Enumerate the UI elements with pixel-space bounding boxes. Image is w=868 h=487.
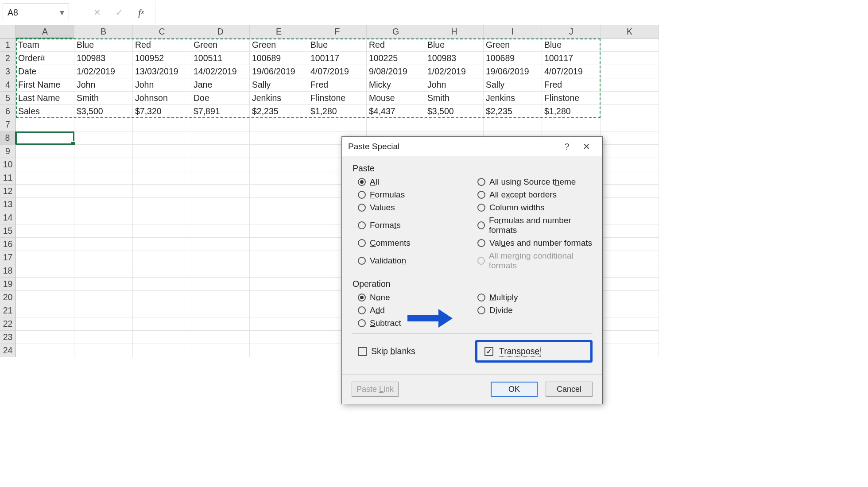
- cell[interactable]: [16, 304, 74, 317]
- cell[interactable]: [250, 278, 308, 291]
- cell[interactable]: 13/03/2019: [133, 65, 191, 78]
- cell[interactable]: Johnson: [133, 92, 191, 105]
- cell[interactable]: [601, 92, 659, 105]
- cell[interactable]: [250, 145, 308, 158]
- cell[interactable]: [16, 118, 74, 131]
- cell[interactable]: [250, 158, 308, 171]
- radio-all[interactable]: All: [358, 177, 473, 187]
- row-header[interactable]: 23: [0, 331, 16, 344]
- cell[interactable]: [133, 131, 191, 145]
- cell[interactable]: [601, 118, 659, 131]
- cell[interactable]: Sally: [484, 78, 542, 92]
- cell[interactable]: [601, 331, 659, 344]
- cell[interactable]: $2,235: [484, 105, 542, 118]
- column-header[interactable]: B: [74, 25, 133, 39]
- cell[interactable]: [191, 278, 250, 291]
- cell[interactable]: Jane: [191, 78, 250, 92]
- cell[interactable]: Flinstone: [308, 92, 367, 105]
- cell[interactable]: 100511: [191, 52, 250, 65]
- cell[interactable]: [191, 171, 250, 185]
- cell[interactable]: Jenkins: [484, 92, 542, 105]
- cell[interactable]: John: [74, 78, 133, 92]
- cell[interactable]: [74, 317, 133, 331]
- column-header[interactable]: K: [601, 25, 659, 39]
- cell[interactable]: 100225: [367, 52, 425, 65]
- cell[interactable]: $3,500: [425, 105, 484, 118]
- cell[interactable]: $2,235: [250, 105, 308, 118]
- cell[interactable]: [133, 331, 191, 344]
- fx-icon[interactable]: fx: [136, 7, 146, 18]
- cell[interactable]: [250, 185, 308, 198]
- cell[interactable]: $4,437: [367, 105, 425, 118]
- cell[interactable]: Fred: [542, 78, 601, 92]
- cell[interactable]: [133, 304, 191, 317]
- cell[interactable]: [191, 238, 250, 251]
- row-header[interactable]: 4: [0, 78, 16, 92]
- cell[interactable]: John: [133, 78, 191, 92]
- cell[interactable]: [601, 105, 659, 118]
- cell[interactable]: [191, 291, 250, 304]
- cell[interactable]: [133, 251, 191, 264]
- cell[interactable]: [601, 251, 659, 264]
- cell[interactable]: Green: [250, 39, 308, 52]
- cell[interactable]: Blue: [308, 39, 367, 52]
- cell[interactable]: [601, 198, 659, 211]
- cell[interactable]: [191, 118, 250, 131]
- cell[interactable]: [250, 211, 308, 224]
- cell[interactable]: [16, 317, 74, 331]
- column-header[interactable]: E: [250, 25, 308, 39]
- help-icon[interactable]: ?: [557, 142, 577, 152]
- cell[interactable]: [16, 331, 74, 344]
- cell[interactable]: Blue: [74, 39, 133, 52]
- cell[interactable]: [601, 224, 659, 238]
- cell[interactable]: [250, 118, 308, 131]
- cell[interactable]: Green: [484, 39, 542, 52]
- row-header[interactable]: 24: [0, 344, 16, 357]
- cell[interactable]: [16, 198, 74, 211]
- cell[interactable]: [133, 118, 191, 131]
- select-all-corner[interactable]: [0, 25, 16, 39]
- name-box-dropdown-icon[interactable]: ▾: [60, 8, 64, 18]
- cell[interactable]: [16, 145, 74, 158]
- cell[interactable]: [484, 118, 542, 131]
- row-header[interactable]: 20: [0, 291, 16, 304]
- column-header[interactable]: G: [367, 25, 425, 39]
- cell[interactable]: [74, 131, 133, 145]
- cell[interactable]: [74, 264, 133, 278]
- cell[interactable]: [601, 304, 659, 317]
- radio-validation[interactable]: Validation: [358, 251, 473, 271]
- column-header[interactable]: D: [191, 25, 250, 39]
- row-header[interactable]: 8: [0, 131, 16, 145]
- cell[interactable]: 4/07/2019: [308, 65, 367, 78]
- cell[interactable]: [191, 224, 250, 238]
- row-header[interactable]: 11: [0, 171, 16, 185]
- cell[interactable]: 19/06/2019: [484, 65, 542, 78]
- cell[interactable]: 100689: [484, 52, 542, 65]
- cell[interactable]: [16, 251, 74, 264]
- cell[interactable]: [133, 211, 191, 224]
- radio-multiply[interactable]: Multiply: [477, 293, 593, 302]
- cell[interactable]: Smith: [74, 92, 133, 105]
- cell[interactable]: [16, 224, 74, 238]
- cell[interactable]: [74, 171, 133, 185]
- cell[interactable]: [250, 224, 308, 238]
- cell[interactable]: Sales: [16, 105, 74, 118]
- cell[interactable]: [74, 185, 133, 198]
- row-header[interactable]: 2: [0, 52, 16, 65]
- radio-comments[interactable]: Comments: [358, 238, 473, 248]
- dialog-titlebar[interactable]: Paste Special ? ✕: [342, 137, 602, 156]
- row-header[interactable]: 10: [0, 158, 16, 171]
- cell[interactable]: [133, 238, 191, 251]
- row-header[interactable]: 5: [0, 92, 16, 105]
- cell[interactable]: 14/02/2019: [191, 65, 250, 78]
- cell[interactable]: 100689: [250, 52, 308, 65]
- cell[interactable]: Flinstone: [542, 92, 601, 105]
- cell[interactable]: [601, 291, 659, 304]
- cell[interactable]: [250, 238, 308, 251]
- cell[interactable]: [16, 238, 74, 251]
- cell[interactable]: 1/02/2019: [74, 65, 133, 78]
- row-header[interactable]: 18: [0, 264, 16, 278]
- cell[interactable]: [133, 171, 191, 185]
- cell[interactable]: [16, 291, 74, 304]
- checkbox-transpose[interactable]: Transpose: [484, 346, 541, 357]
